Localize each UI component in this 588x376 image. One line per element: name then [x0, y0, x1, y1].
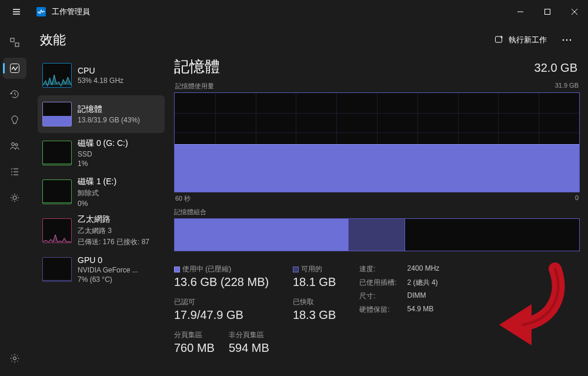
memory-thumb: [42, 102, 72, 127]
svg-point-9: [563, 39, 564, 41]
disk0-sub: SSD: [78, 150, 128, 158]
nav-users[interactable]: [3, 135, 26, 157]
gpu0-sub: NVIDIA GeForce ...: [78, 266, 138, 274]
svg-point-5: [15, 144, 18, 146]
nav-performance[interactable]: [3, 58, 26, 79]
nav-services[interactable]: [3, 187, 26, 208]
gpu0-thumb: [42, 257, 72, 282]
ethernet-sub: 乙太網路 3: [78, 226, 149, 236]
ethernet-name: 乙太網路: [78, 214, 149, 225]
usage-label: 記憶體使用量: [175, 82, 214, 91]
nonpaged-value: 594 MB: [229, 341, 269, 355]
close-button[interactable]: [561, 0, 588, 24]
memory-sub: 13.8/31.9 GB (43%): [78, 116, 140, 124]
stats-col-2: 可用的 18.1 GB 已快取 18.3 GB: [293, 264, 336, 355]
svg-point-7: [14, 357, 16, 360]
speed-v: 2400 MHz: [407, 264, 440, 274]
paged-label: 分頁集區: [174, 330, 215, 340]
sidebar-item-gpu0[interactable]: GPU 0 NVIDIA GeForce ... 7% (63 °C): [38, 251, 165, 288]
cpu-sub: 53% 4.18 GHz: [78, 76, 123, 85]
svg-rect-2: [15, 43, 19, 46]
window-title: 工作管理員: [52, 6, 90, 17]
stats: 使用中 (已壓縮) 13.6 GB (228 MB) 已認可 17.9/47.9…: [174, 264, 580, 355]
nonpaged-label: 非分頁集區: [229, 330, 269, 340]
memory-name: 記憶體: [78, 104, 140, 115]
kv-grid: 速度:2400 MHz 已使用插槽:2 (總共 4) 尺寸:DIMM 硬體保留:…: [359, 264, 439, 355]
sidebar-item-disk1[interactable]: 磁碟 1 (E:) 卸除式 0%: [38, 173, 165, 211]
reserved-k: 硬體保留:: [359, 305, 396, 315]
nav-details[interactable]: [3, 161, 26, 182]
sidebar-item-ethernet[interactable]: 乙太網路 乙太網路 3 已傳送: 176 已接收: 87: [38, 212, 165, 249]
gpu0-name: GPU 0: [78, 255, 138, 265]
svg-rect-0: [545, 9, 550, 15]
usage-x-axis: 60 秒 0: [174, 194, 580, 203]
comp-standby: [349, 219, 405, 251]
usage-max: 31.9 GB: [555, 82, 579, 91]
comp-free: [405, 219, 579, 251]
detail-header: 記憶體 32.0 GB: [174, 56, 580, 77]
run-new-task-icon: [495, 35, 504, 46]
detail-title: 記憶體: [174, 56, 220, 77]
sidebar-item-disk0[interactable]: 磁碟 0 (G: C:) SSD 1%: [38, 134, 165, 172]
more-button[interactable]: [556, 31, 577, 49]
detail-pane: 記憶體 32.0 GB 記憶體使用量 31.9 GB 60 秒 0 記憶體組合: [171, 56, 580, 368]
svg-rect-3: [11, 64, 19, 73]
disk1-name: 磁碟 1 (E:): [78, 177, 116, 187]
speed-k: 速度:: [359, 264, 396, 274]
memory-composition-chart[interactable]: [174, 218, 580, 251]
disk1-sub2: 0%: [78, 199, 116, 208]
svg-point-10: [566, 39, 568, 41]
nav-processes[interactable]: [3, 32, 26, 53]
hamburger-menu-button[interactable]: [9, 5, 24, 19]
stat-cached: 已快取 18.3 GB: [293, 297, 336, 322]
page-title: 效能: [40, 31, 66, 49]
app-icon: [36, 7, 46, 16]
nav-settings[interactable]: [3, 348, 26, 369]
reserved-v: 54.9 MB: [407, 305, 440, 315]
usage-area: [175, 144, 579, 192]
nav-startup[interactable]: [3, 109, 26, 131]
ethernet-thumb: [42, 218, 72, 243]
detail-total: 32.0 GB: [534, 61, 577, 75]
disk0-sub2: 1%: [78, 159, 128, 168]
slots-k: 已使用插槽:: [359, 278, 396, 288]
stat-nonpaged: 非分頁集區 594 MB: [229, 330, 269, 355]
run-new-task-label: 執行新工作: [509, 35, 547, 45]
comp-used: [175, 219, 349, 251]
cached-label: 已快取: [293, 297, 336, 307]
usage-chart-label-row: 記憶體使用量 31.9 GB: [174, 82, 580, 91]
sidebar-item-cpu[interactable]: CPU 53% 4.18 GHz: [38, 56, 165, 94]
stat-available: 可用的 18.1 GB: [293, 264, 336, 289]
maximize-button[interactable]: [534, 0, 561, 24]
committed-label: 已認可: [174, 297, 269, 307]
available-label: 可用的: [301, 265, 322, 273]
ethernet-sub2: 已傳送: 176 已接收: 87: [78, 237, 149, 247]
svg-point-4: [12, 143, 15, 146]
form-v: DIMM: [407, 291, 440, 301]
disk1-sub: 卸除式: [78, 188, 116, 198]
run-new-task-button[interactable]: 執行新工作: [489, 31, 553, 49]
memory-usage-chart[interactable]: [174, 92, 580, 192]
svg-point-6: [13, 196, 16, 199]
slots-v: 2 (總共 4): [407, 278, 440, 288]
available-value: 18.1 GB: [293, 275, 336, 289]
cpu-name: CPU: [78, 66, 123, 75]
in-use-label: 使用中 (已壓縮): [182, 265, 231, 273]
disk0-thumb: [42, 141, 72, 165]
sidebar-item-memory[interactable]: 記憶體 13.8/31.9 GB (43%): [38, 95, 165, 133]
page-header: 效能 執行新工作: [29, 24, 588, 56]
nav-app-history[interactable]: [3, 84, 26, 105]
x-left: 60 秒: [175, 194, 191, 203]
form-k: 尺寸:: [359, 291, 396, 301]
content: CPU 53% 4.18 GHz 記憶體 13.8/31.9 GB (43%) …: [29, 56, 588, 376]
stat-committed: 已認可 17.9/47.9 GB: [174, 297, 269, 322]
titlebar: 工作管理員: [0, 0, 588, 24]
minimize-button[interactable]: [507, 0, 534, 24]
committed-value: 17.9/47.9 GB: [174, 308, 269, 322]
stat-paged: 分頁集區 760 MB: [174, 330, 215, 355]
disk1-thumb: [42, 179, 72, 204]
svg-rect-1: [11, 38, 14, 42]
cached-value: 18.3 GB: [293, 308, 336, 322]
svg-point-11: [570, 39, 572, 41]
nav-rail: [0, 24, 29, 376]
